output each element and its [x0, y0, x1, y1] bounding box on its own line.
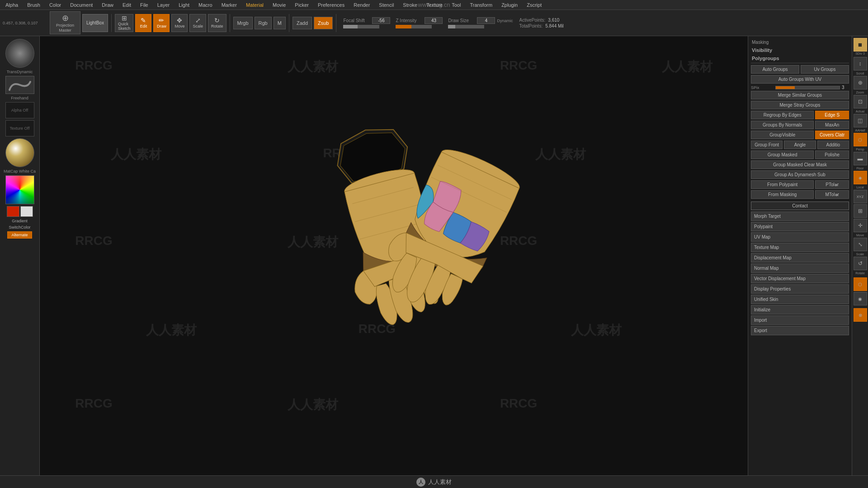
alternate-button[interactable]: Alternate	[7, 231, 32, 239]
move-button[interactable]: ✥ Move	[171, 14, 188, 32]
angle-button[interactable]: Angle	[784, 141, 816, 149]
color-picker[interactable]	[5, 175, 34, 204]
displacement-map-item[interactable]: Displacement Map	[751, 253, 849, 263]
auto-groups-button[interactable]: Auto Groups	[751, 65, 799, 74]
covers-clatr-button[interactable]: Covers Clatr	[815, 131, 849, 139]
actual-btn[interactable]: ⊡	[854, 95, 867, 108]
menu-light[interactable]: Light	[177, 1, 191, 9]
rotate-button[interactable]: ↻ Rotate	[208, 14, 226, 32]
addition-button[interactable]: Additio	[817, 141, 849, 149]
menu-zscript[interactable]: Zscript	[525, 1, 543, 9]
vector-displacement-map-item[interactable]: Vector Displacement Map	[751, 274, 849, 283]
edit-button[interactable]: ✎ Edit	[135, 14, 151, 32]
floor-btn[interactable]: ▬	[854, 152, 867, 165]
m-button[interactable]: M	[274, 17, 286, 29]
brush-preview[interactable]	[5, 39, 34, 68]
group-front-button[interactable]: Group Front	[751, 141, 783, 149]
menu-file[interactable]: File	[138, 1, 150, 9]
group-as-dynamesh-sub-button[interactable]: Group As Dynamesh Sub	[751, 170, 849, 179]
alpha-preview[interactable]: Alpha Off	[5, 102, 34, 118]
menu-brush[interactable]: Brush	[25, 1, 42, 9]
menu-macro[interactable]: Macro	[197, 1, 214, 9]
menu-alpha[interactable]: Alpha	[4, 1, 20, 9]
primary-color-swatch[interactable]	[7, 206, 19, 217]
menu-layer[interactable]: Layer	[156, 1, 172, 9]
from-polypaint-button[interactable]: From Polypaint	[751, 180, 814, 189]
menu-preferences[interactable]: Preferences	[316, 1, 346, 9]
menu-edit[interactable]: Edit	[121, 1, 133, 9]
auto-groups-with-uv-button[interactable]: Auto Groups With UV	[751, 75, 849, 84]
menu-movie[interactable]: Movie	[271, 1, 288, 9]
persp-btn[interactable]: ⬡	[854, 133, 867, 146]
brush-stroke-preview[interactable]	[5, 76, 34, 94]
focal-shift-value[interactable]: -56	[372, 17, 390, 24]
menu-picker[interactable]: Picker	[293, 1, 311, 9]
menu-color[interactable]: Color	[47, 1, 63, 9]
group-visible-button[interactable]: GroupVisible	[751, 131, 814, 139]
material-sphere[interactable]	[5, 138, 34, 167]
zsub-button[interactable]: Zsub	[314, 17, 333, 29]
draw-size-slider[interactable]	[448, 25, 484, 28]
menu-texture[interactable]: Texture	[425, 1, 444, 9]
regroup-by-edges-button[interactable]: Regroup By Edges	[751, 111, 814, 119]
menu-render[interactable]: Render	[352, 1, 372, 9]
group-masked-clear-mask-button[interactable]: Group Masked Clear Mask	[751, 160, 849, 169]
display-properties-item[interactable]: Display Properties	[751, 284, 849, 294]
menu-document[interactable]: Document	[68, 1, 94, 9]
export-item[interactable]: Export	[751, 326, 849, 335]
initialize-item[interactable]: Initialize	[751, 305, 849, 314]
menu-draw[interactable]: Draw	[100, 1, 115, 9]
zadd-button[interactable]: Zadd	[292, 17, 312, 29]
texture-preview[interactable]: Texture Off	[5, 120, 34, 136]
spix-slider[interactable]	[775, 86, 840, 89]
draw-button[interactable]: ✏ Draw	[153, 14, 170, 32]
aahalf-btn[interactable]: ◫	[854, 114, 867, 127]
rgb-button[interactable]: Rgb	[255, 17, 272, 29]
menu-marker[interactable]: Marker	[220, 1, 239, 9]
z-intensity-slider[interactable]	[396, 25, 432, 28]
mtoler-button[interactable]: MTolər	[815, 190, 849, 199]
sola-btn[interactable]: ◉	[854, 292, 867, 305]
uv-map-item[interactable]: UV Map	[751, 232, 849, 242]
sdiv-icon-btn[interactable]: ▦	[854, 38, 867, 52]
merge-similar-groups-button[interactable]: Merge Similar Groups	[751, 91, 849, 99]
frame-btn[interactable]: ⊞	[854, 204, 867, 218]
menu-stroke[interactable]: Stroke	[401, 1, 419, 9]
maxan-button[interactable]: MaxAn	[815, 121, 849, 129]
menu-stencil[interactable]: Stencil	[377, 1, 396, 9]
uv-groups-button[interactable]: Uv Groups	[801, 65, 849, 74]
merge-stray-groups-button[interactable]: Merge Stray Groups	[751, 101, 849, 109]
normal-map-item[interactable]: Normal Map	[751, 263, 849, 273]
from-masking-button[interactable]: From Masking	[751, 190, 814, 199]
lightbox-button[interactable]: LightBox	[82, 14, 108, 32]
canvas-area[interactable]: RRCG 人人素材 RRCG 人人素材 人人素材 RRCG 人人素材 RRCG …	[40, 36, 748, 475]
zoom-btn[interactable]: ⊕	[854, 76, 867, 89]
z-intensity-value[interactable]: 43	[425, 17, 443, 24]
unified-skin-item[interactable]: Unified Skin	[751, 295, 849, 304]
scale-btn2[interactable]: ⤡	[854, 238, 867, 251]
projection-master-button[interactable]: ⊕ ProjectionMaster	[50, 11, 80, 35]
menu-transform[interactable]: Transform	[468, 1, 494, 9]
polypaint-item[interactable]: Polypaint	[751, 222, 849, 231]
rotate-btn2[interactable]: ↺	[854, 257, 867, 270]
polishe-button[interactable]: Polishe	[815, 150, 849, 159]
texture-map-item[interactable]: Texture Map	[751, 243, 849, 252]
focal-shift-slider[interactable]	[343, 25, 379, 28]
polyframe-btn[interactable]: ⬡	[854, 277, 867, 291]
guide-btn[interactable]: ⊗	[854, 308, 867, 322]
group-masked-button[interactable]: Group Masked	[751, 150, 814, 159]
mrgb-button[interactable]: Mrgb	[233, 17, 253, 29]
xyz-btn[interactable]: XYZ	[854, 190, 867, 203]
morph-target-item[interactable]: Morph Target	[751, 211, 849, 221]
edge-s-button[interactable]: Edge S	[815, 111, 849, 119]
scroll-btn[interactable]: ↕	[854, 57, 867, 70]
groups-by-normals-button[interactable]: Groups By Normals	[751, 121, 814, 129]
ptoler-button[interactable]: PTolər	[815, 180, 849, 189]
local-btn[interactable]: ◈	[854, 171, 867, 184]
menu-tool[interactable]: Tool	[450, 1, 462, 9]
menu-material[interactable]: Material	[244, 1, 265, 9]
draw-size-value[interactable]: 4	[477, 17, 495, 24]
scale-button[interactable]: ⤢ Scale	[189, 14, 206, 32]
import-item[interactable]: Import	[751, 315, 849, 325]
secondary-color-swatch[interactable]	[20, 206, 33, 217]
